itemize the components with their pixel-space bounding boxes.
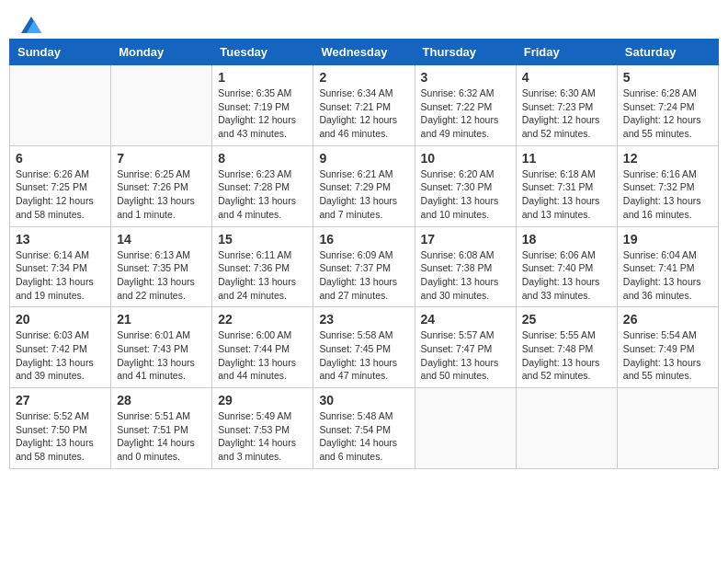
day-info: Sunrise: 6:00 AMSunset: 7:44 PMDaylight:…: [218, 328, 307, 383]
day-info: Sunrise: 6:01 AMSunset: 7:43 PMDaylight:…: [117, 328, 206, 383]
calendar-cell: 25Sunrise: 5:55 AMSunset: 7:48 PMDayligh…: [516, 307, 617, 388]
column-header-saturday: Saturday: [617, 40, 718, 65]
calendar-cell: 24Sunrise: 5:57 AMSunset: 7:47 PMDayligh…: [415, 307, 516, 388]
calendar-cell: 20Sunrise: 6:03 AMSunset: 7:42 PMDayligh…: [10, 307, 111, 388]
calendar-cell: [111, 65, 212, 146]
day-number: 28: [117, 393, 206, 408]
calendar-cell: 27Sunrise: 5:52 AMSunset: 7:50 PMDayligh…: [10, 388, 111, 469]
calendar-cell: 11Sunrise: 6:18 AMSunset: 7:31 PMDayligh…: [516, 145, 617, 226]
calendar-week-row: 1Sunrise: 6:35 AMSunset: 7:19 PMDaylight…: [10, 65, 719, 146]
day-number: 21: [117, 312, 206, 327]
calendar-cell: 16Sunrise: 6:09 AMSunset: 7:37 PMDayligh…: [313, 226, 415, 307]
calendar-week-row: 13Sunrise: 6:14 AMSunset: 7:34 PMDayligh…: [10, 226, 719, 307]
day-info: Sunrise: 6:21 AMSunset: 7:29 PMDaylight:…: [319, 167, 408, 222]
day-number: 30: [319, 393, 408, 408]
calendar-cell: 2Sunrise: 6:34 AMSunset: 7:21 PMDaylight…: [313, 65, 415, 146]
day-number: 27: [16, 393, 105, 408]
day-info: Sunrise: 6:04 AMSunset: 7:41 PMDaylight:…: [623, 248, 712, 303]
calendar-cell: 19Sunrise: 6:04 AMSunset: 7:41 PMDayligh…: [617, 226, 718, 307]
day-info: Sunrise: 5:57 AMSunset: 7:47 PMDaylight:…: [421, 328, 510, 383]
day-info: Sunrise: 5:48 AMSunset: 7:54 PMDaylight:…: [319, 409, 408, 464]
day-number: 2: [319, 70, 408, 85]
day-number: 18: [522, 232, 611, 247]
day-number: 15: [218, 232, 307, 247]
logo-icon: [21, 17, 41, 33]
column-header-thursday: Thursday: [415, 40, 516, 65]
calendar-week-row: 27Sunrise: 5:52 AMSunset: 7:50 PMDayligh…: [10, 388, 719, 469]
day-info: Sunrise: 6:08 AMSunset: 7:38 PMDaylight:…: [421, 248, 510, 303]
day-number: 6: [16, 151, 105, 166]
day-info: Sunrise: 6:18 AMSunset: 7:31 PMDaylight:…: [522, 167, 611, 222]
calendar-cell: 12Sunrise: 6:16 AMSunset: 7:32 PMDayligh…: [617, 145, 718, 226]
calendar-cell: 14Sunrise: 6:13 AMSunset: 7:35 PMDayligh…: [111, 226, 212, 307]
calendar-table: SundayMondayTuesdayWednesdayThursdayFrid…: [9, 39, 719, 469]
day-info: Sunrise: 5:52 AMSunset: 7:50 PMDaylight:…: [16, 409, 105, 464]
day-info: Sunrise: 6:14 AMSunset: 7:34 PMDaylight:…: [16, 248, 105, 303]
day-number: 4: [522, 70, 611, 85]
calendar-cell: [617, 388, 718, 469]
day-number: 23: [319, 312, 408, 327]
day-info: Sunrise: 6:16 AMSunset: 7:32 PMDaylight:…: [623, 167, 712, 222]
calendar-cell: 9Sunrise: 6:21 AMSunset: 7:29 PMDaylight…: [313, 145, 415, 226]
day-number: 1: [218, 70, 307, 85]
day-number: 13: [16, 232, 105, 247]
column-header-tuesday: Tuesday: [212, 40, 313, 65]
header: [9, 9, 719, 33]
calendar-cell: 10Sunrise: 6:20 AMSunset: 7:30 PMDayligh…: [415, 145, 516, 226]
day-number: 8: [218, 151, 307, 166]
calendar-cell: 26Sunrise: 5:54 AMSunset: 7:49 PMDayligh…: [617, 307, 718, 388]
logo: [20, 17, 42, 29]
day-info: Sunrise: 5:51 AMSunset: 7:51 PMDaylight:…: [117, 409, 206, 464]
day-info: Sunrise: 6:32 AMSunset: 7:22 PMDaylight:…: [421, 86, 510, 141]
day-number: 22: [218, 312, 307, 327]
calendar-cell: [516, 388, 617, 469]
calendar-cell: 23Sunrise: 5:58 AMSunset: 7:45 PMDayligh…: [313, 307, 415, 388]
calendar-cell: 21Sunrise: 6:01 AMSunset: 7:43 PMDayligh…: [111, 307, 212, 388]
calendar-cell: 18Sunrise: 6:06 AMSunset: 7:40 PMDayligh…: [516, 226, 617, 307]
calendar-cell: 6Sunrise: 6:26 AMSunset: 7:25 PMDaylight…: [10, 145, 111, 226]
calendar-cell: 15Sunrise: 6:11 AMSunset: 7:36 PMDayligh…: [212, 226, 313, 307]
day-number: 25: [522, 312, 611, 327]
day-info: Sunrise: 6:09 AMSunset: 7:37 PMDaylight:…: [319, 248, 408, 303]
calendar-header-row: SundayMondayTuesdayWednesdayThursdayFrid…: [10, 40, 719, 65]
calendar-week-row: 6Sunrise: 6:26 AMSunset: 7:25 PMDaylight…: [10, 145, 719, 226]
day-info: Sunrise: 6:20 AMSunset: 7:30 PMDaylight:…: [421, 167, 510, 222]
calendar-cell: 28Sunrise: 5:51 AMSunset: 7:51 PMDayligh…: [111, 388, 212, 469]
calendar-cell: 17Sunrise: 6:08 AMSunset: 7:38 PMDayligh…: [415, 226, 516, 307]
calendar-cell: 5Sunrise: 6:28 AMSunset: 7:24 PMDaylight…: [617, 65, 718, 146]
day-number: 5: [623, 70, 712, 85]
day-info: Sunrise: 5:58 AMSunset: 7:45 PMDaylight:…: [319, 328, 408, 383]
day-info: Sunrise: 5:55 AMSunset: 7:48 PMDaylight:…: [522, 328, 611, 383]
day-number: 17: [421, 232, 510, 247]
day-info: Sunrise: 5:49 AMSunset: 7:53 PMDaylight:…: [218, 409, 307, 464]
calendar-cell: 30Sunrise: 5:48 AMSunset: 7:54 PMDayligh…: [313, 388, 415, 469]
day-number: 14: [117, 232, 206, 247]
column-header-sunday: Sunday: [10, 40, 111, 65]
day-number: 29: [218, 393, 307, 408]
day-info: Sunrise: 6:23 AMSunset: 7:28 PMDaylight:…: [218, 167, 307, 222]
day-info: Sunrise: 6:06 AMSunset: 7:40 PMDaylight:…: [522, 248, 611, 303]
day-number: 3: [421, 70, 510, 85]
day-info: Sunrise: 5:54 AMSunset: 7:49 PMDaylight:…: [623, 328, 712, 383]
calendar-cell: [415, 388, 516, 469]
day-info: Sunrise: 6:25 AMSunset: 7:26 PMDaylight:…: [117, 167, 206, 222]
day-info: Sunrise: 6:13 AMSunset: 7:35 PMDaylight:…: [117, 248, 206, 303]
day-number: 10: [421, 151, 510, 166]
column-header-monday: Monday: [111, 40, 212, 65]
day-number: 12: [623, 151, 712, 166]
calendar-cell: 3Sunrise: 6:32 AMSunset: 7:22 PMDaylight…: [415, 65, 516, 146]
column-header-wednesday: Wednesday: [313, 40, 415, 65]
column-header-friday: Friday: [516, 40, 617, 65]
day-number: 7: [117, 151, 206, 166]
day-info: Sunrise: 6:34 AMSunset: 7:21 PMDaylight:…: [319, 86, 408, 141]
day-number: 9: [319, 151, 408, 166]
day-number: 11: [522, 151, 611, 166]
calendar-cell: 22Sunrise: 6:00 AMSunset: 7:44 PMDayligh…: [212, 307, 313, 388]
calendar-cell: 13Sunrise: 6:14 AMSunset: 7:34 PMDayligh…: [10, 226, 111, 307]
day-number: 26: [623, 312, 712, 327]
calendar-cell: 29Sunrise: 5:49 AMSunset: 7:53 PMDayligh…: [212, 388, 313, 469]
day-number: 24: [421, 312, 510, 327]
day-number: 20: [16, 312, 105, 327]
calendar-cell: 1Sunrise: 6:35 AMSunset: 7:19 PMDaylight…: [212, 65, 313, 146]
day-number: 19: [623, 232, 712, 247]
